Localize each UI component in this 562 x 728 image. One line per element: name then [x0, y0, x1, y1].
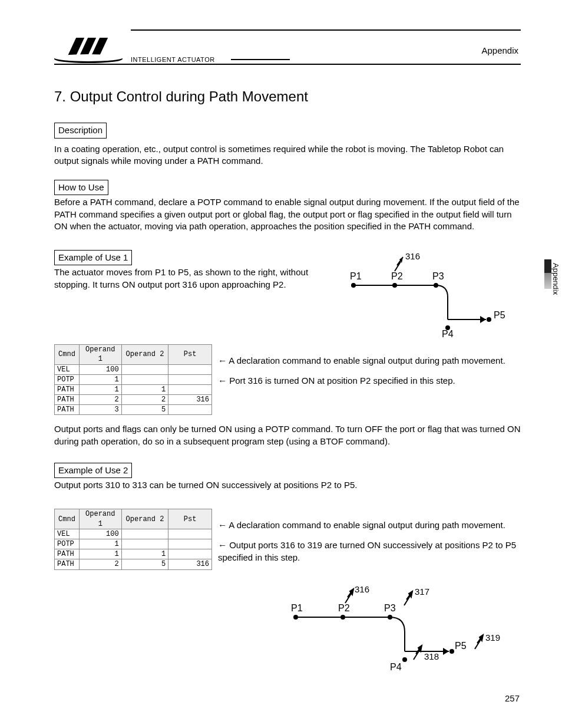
- howto-label: How to Use: [54, 180, 108, 195]
- page-title: 7. Output Control during Path Movement: [54, 87, 521, 106]
- svg-text:P3: P3: [432, 271, 444, 281]
- svg-text:P4: P4: [442, 329, 454, 339]
- svg-marker-22: [443, 648, 449, 655]
- table2-anno-2: [218, 529, 521, 539]
- brand-logo: [60, 34, 125, 65]
- svg-text:318: 318: [424, 651, 439, 661]
- svg-text:P1: P1: [291, 603, 303, 613]
- table1-anno-3: ← Port 316 is turned ON at position P2 s…: [218, 375, 505, 385]
- svg-point-4: [54, 54, 123, 61]
- between-paragraph: Output ports and flags can only be turne…: [54, 423, 521, 447]
- svg-point-25: [388, 615, 392, 620]
- brand-text: INTELLIGENT ACTUATOR: [131, 55, 215, 64]
- svg-marker-7: [480, 316, 486, 323]
- svg-text:P2: P2: [391, 271, 403, 281]
- svg-text:P3: P3: [384, 603, 396, 613]
- page-number: 257: [505, 693, 520, 704]
- table1-anno-0: [218, 345, 505, 355]
- svg-text:P1: P1: [350, 271, 362, 281]
- example2-label: Example of Use 2: [54, 463, 132, 478]
- svg-point-27: [449, 649, 454, 654]
- svg-text:P5: P5: [455, 641, 467, 651]
- table1-anno-2: [218, 365, 505, 375]
- howto-text: Before a PATH command, declare a POTP co…: [54, 196, 521, 232]
- example1-text: The actuator moves from P1 to P5, as sho…: [54, 266, 325, 291]
- svg-text:316: 316: [405, 251, 420, 261]
- command-table-1: Cmnd Operand 1 Operand 2 Pst VEL100 POTP…: [54, 344, 212, 415]
- svg-point-9: [392, 283, 397, 288]
- svg-point-12: [487, 317, 491, 322]
- table1-anno-1: ← A declaration command to enable signal…: [218, 355, 505, 365]
- table2-anno-0: [218, 509, 521, 519]
- description-label: Description: [54, 123, 107, 138]
- description-text: In a coating operation, etc., output con…: [54, 143, 521, 167]
- header-section-label: Appendix: [481, 45, 518, 57]
- svg-point-24: [340, 615, 345, 620]
- diagram-1: P1 P2 P3 P4 P5 316: [336, 250, 521, 338]
- diagram-2: P1 P2 P3 P4 P5 316 317 318 319: [278, 582, 521, 679]
- svg-text:319: 319: [485, 633, 500, 643]
- command-table-2: Cmnd Operand 1 Operand 2 Pst VEL100 POTP…: [54, 509, 212, 569]
- table2-anno-3: ← Output ports 316 to 319 are turned ON …: [218, 539, 521, 564]
- svg-text:317: 317: [415, 587, 429, 597]
- svg-text:316: 316: [355, 584, 369, 594]
- example1-label: Example of Use 1: [54, 250, 132, 265]
- svg-point-8: [351, 283, 356, 288]
- svg-point-23: [293, 615, 298, 620]
- table1-anno-4: [218, 385, 505, 395]
- svg-point-26: [402, 657, 407, 662]
- svg-text:P5: P5: [494, 310, 505, 320]
- side-index-label: Appendix: [549, 259, 562, 298]
- svg-point-10: [434, 283, 438, 288]
- example2-text: Output ports 310 to 313 can be turned ON…: [54, 479, 521, 491]
- svg-text:P4: P4: [390, 662, 402, 672]
- svg-text:P2: P2: [338, 603, 350, 613]
- table2-anno-1: ← A declaration command to enable signal…: [218, 519, 521, 529]
- page-header: Appendix INTELLIGENT ACTUATOR: [54, 29, 521, 65]
